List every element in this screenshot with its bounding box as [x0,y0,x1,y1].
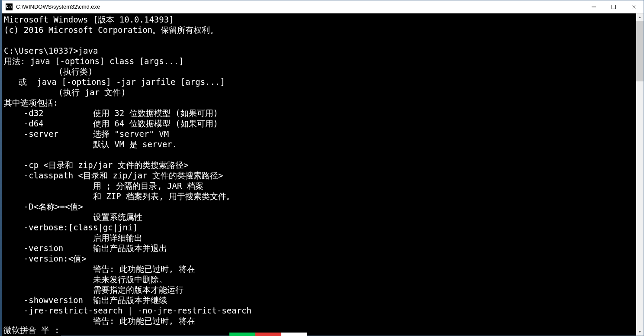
ime-status-bar: 微软拼音 半 : [2,325,61,336]
svg-rect-1 [612,5,616,9]
vertical-scrollbar[interactable]: ▲ ▼ [636,13,644,336]
terminal-container: Microsoft Windows [版本 10.0.14393] (c) 20… [2,13,644,336]
taskbar-app-green[interactable] [229,333,255,336]
window-title: C:\WINDOWS\system32\cmd.exe [16,3,584,10]
scrollbar-track[interactable] [636,21,644,328]
scrollbar-up-arrow[interactable]: ▲ [636,13,644,21]
cmd-window: C:\ C:\WINDOWS\system32\cmd.exe Microsof… [2,0,644,336]
minimize-button[interactable] [584,0,604,13]
terminal-output[interactable]: Microsoft Windows [版本 10.0.14393] (c) 20… [2,13,636,336]
taskbar-peek [229,333,307,336]
taskbar-app-red[interactable] [255,333,281,336]
titlebar[interactable]: C:\ C:\WINDOWS\system32\cmd.exe [2,0,644,13]
cmd-icon: C:\ [6,3,13,10]
scrollbar-down-arrow[interactable]: ▼ [636,328,644,336]
scrollbar-thumb[interactable] [636,21,644,81]
close-button[interactable] [624,0,644,13]
window-controls [584,0,644,13]
taskbar-app-white[interactable] [281,333,307,336]
maximize-button[interactable] [604,0,624,13]
